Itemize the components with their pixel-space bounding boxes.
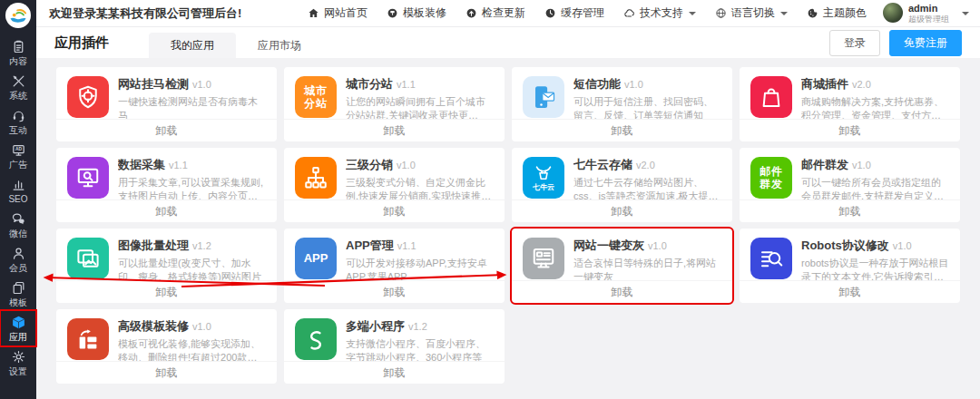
uninstall-button[interactable]: 卸载: [512, 280, 732, 303]
seo-icon: [11, 177, 26, 192]
gray-browser-icon: [523, 238, 564, 279]
app-description: 商城购物解决方案,支持优惠券、积分管理、资金管理、支付方式、配送方式: [801, 95, 949, 119]
plugin-grid: 网站挂马检测v1.0 一键快速检测网站是否有病毒木马 卸载 城市分站 城市分站v…: [56, 67, 960, 384]
user-role: 超级管理组: [908, 15, 949, 24]
app-title: 图像批量处理: [118, 238, 189, 252]
sidebar-item-system[interactable]: 系统: [1, 70, 35, 104]
user-caret-icon[interactable]: [962, 12, 969, 15]
app-version: v1.0: [852, 160, 871, 170]
sms-phone-icon: [523, 76, 564, 118]
uninstall-button[interactable]: 卸载: [512, 119, 732, 141]
svg-text:AD: AD: [15, 147, 22, 151]
uninstall-button[interactable]: 卸载: [284, 200, 505, 222]
app-version: v1.1: [397, 240, 416, 251]
uninstall-button[interactable]: 卸载: [512, 200, 732, 222]
nav-language[interactable]: 语言切换: [715, 5, 788, 21]
app-description: 支持微信小程序、百度小程序、字节跳动小程序、360小程序等: [346, 337, 494, 361]
app-version: v1.1: [169, 160, 188, 170]
site-logo[interactable]: [5, 3, 31, 28]
sidebar-item-label: 内容: [9, 56, 27, 66]
system-icon: [11, 73, 26, 89]
sidebar-item-label: 应用: [9, 332, 27, 342]
support-icon: [623, 7, 635, 19]
nav-theme[interactable]: 主题颜色: [807, 5, 867, 21]
uninstall-button[interactable]: 卸载: [284, 119, 505, 141]
tab-my-apps[interactable]: 我的应用: [149, 33, 236, 58]
sidebar-item-label: 微信: [9, 229, 27, 238]
app-version: v1.0: [648, 240, 667, 251]
nav-decorate[interactable]: 模板装修: [387, 5, 446, 21]
uninstall-button[interactable]: 卸载: [56, 200, 277, 222]
wechat-icon: [11, 211, 26, 227]
sidebar-item-wechat[interactable]: 微信: [1, 208, 35, 242]
app-card-image-batch: 图像批量处理v1.2 可以批量处理(改变尺寸、加水印、瘦身、格式转换等)网站图片…: [56, 229, 277, 303]
app-version: v1.2: [408, 321, 427, 332]
sidebar-item-seo[interactable]: SEO: [1, 173, 35, 208]
user-menu[interactable]: admin 超级管理组: [883, 3, 949, 24]
login-button[interactable]: 登录: [829, 30, 880, 56]
uninstall-button[interactable]: 卸载: [56, 361, 277, 384]
avatar: [883, 3, 903, 23]
app-description: 可以批量处理(改变尺寸、加水印、瘦身、格式转换等)网站图片: [118, 257, 266, 280]
icon-caption: 七牛云: [533, 184, 554, 191]
uninstall-button[interactable]: 卸载: [284, 280, 505, 303]
layout-blocks-icon: [67, 318, 109, 360]
uninstall-button[interactable]: 卸载: [740, 200, 960, 222]
uninstall-button[interactable]: 卸载: [56, 280, 277, 303]
nav-label: 模板装修: [403, 5, 446, 21]
uninstall-button[interactable]: 卸载: [740, 119, 960, 141]
app-version: v1.0: [192, 79, 211, 90]
app-description: 可以用于短信注册、找回密码、留言、反馈、订单等短信通知: [573, 95, 721, 119]
uninstall-button[interactable]: 卸载: [740, 280, 960, 303]
nav-update[interactable]: 检查更新: [466, 5, 525, 21]
mail-text-icon: 邮件群发: [750, 157, 792, 199]
app-title: 城市分站: [346, 77, 393, 91]
register-button[interactable]: 免费注册: [889, 30, 962, 56]
collect-monitor-icon: [67, 157, 109, 199]
app-card-trojan-scan: 网站挂马检测v1.0 一键快速检测网站是否有病毒木马 卸载: [56, 67, 277, 141]
sidebar-item-settings[interactable]: 设置: [1, 345, 35, 380]
nav-support[interactable]: 技术支持: [623, 5, 696, 21]
app-title: 七牛云存储: [573, 158, 632, 171]
app-version: v1.2: [192, 240, 211, 251]
app-description: 让您的网站瞬间拥有上百个城市分站站群,关键词收录更快更多,SEO优化引流神器: [346, 95, 494, 119]
tab-app-market[interactable]: 应用市场: [236, 33, 323, 58]
sidebar-item-ad[interactable]: AD 广告: [1, 139, 35, 173]
content-icon: [11, 39, 26, 54]
uninstall-button[interactable]: 卸载: [284, 361, 505, 384]
app-description: 一键快速检测网站是否有病毒木马: [118, 95, 266, 119]
language-icon: [715, 7, 727, 19]
app-title: 数据采集: [118, 158, 165, 171]
nav-cache[interactable]: 缓存管理: [544, 5, 604, 21]
nav-home[interactable]: 网站首页: [308, 5, 368, 21]
app-description: 用于采集文章,可以设置采集规则,支持图片自动上传、内容分页采集、自动生成缩略图: [118, 176, 266, 200]
app-title: 三级分销: [346, 158, 393, 171]
app-description: 通过七牛云存储给网站图片、css、js等静态资源加速,极大提升网站加载速度,让网…: [573, 176, 721, 200]
app-title: 高级模板装修: [118, 319, 189, 333]
theme-icon: [807, 7, 818, 19]
app-title: 网站一键变灰: [573, 238, 644, 252]
miniprogram-icon: [295, 318, 337, 360]
sidebar-item-app[interactable]: 应用: [1, 311, 35, 345]
app-card-qiniu: 七牛云 七牛云存储v2.0 通过七牛云存储给网站图片、css、js等静态资源加速…: [512, 148, 732, 222]
app-card-city-subsite: 城市分站 城市分站v1.1 让您的网站瞬间拥有上百个城市分站站群,关键词收录更快…: [284, 67, 505, 141]
qiniu-bull-icon: 七牛云: [523, 157, 564, 199]
app-title: APP管理: [346, 238, 394, 252]
app-version: v1.0: [192, 321, 211, 332]
logo-swirl-icon: [7, 5, 29, 26]
sidebar-item-interact[interactable]: 互动: [1, 104, 35, 139]
sidebar-item-member[interactable]: 会员: [1, 242, 35, 277]
app-title: 短信功能: [573, 77, 621, 91]
nav-label: 语言切换: [731, 5, 775, 21]
sidebar-item-label: 广告: [9, 160, 27, 170]
nav-label: 技术支持: [640, 5, 683, 21]
app-card-robots: Robots协议修改v1.0 robots协议是一种存放于网站根目录下的文本文件…: [740, 229, 960, 303]
app-title: 多端小程序: [346, 319, 405, 333]
app-title: Robots协议修改: [801, 238, 889, 252]
update-icon: [466, 7, 477, 19]
sidebar-item-template[interactable]: 模板: [1, 277, 35, 311]
sidebar-item-content[interactable]: 内容: [1, 35, 35, 70]
app-title: 网站挂马检测: [118, 77, 189, 91]
uninstall-button[interactable]: 卸载: [56, 119, 277, 141]
sidebar-item-label: 会员: [9, 263, 27, 273]
